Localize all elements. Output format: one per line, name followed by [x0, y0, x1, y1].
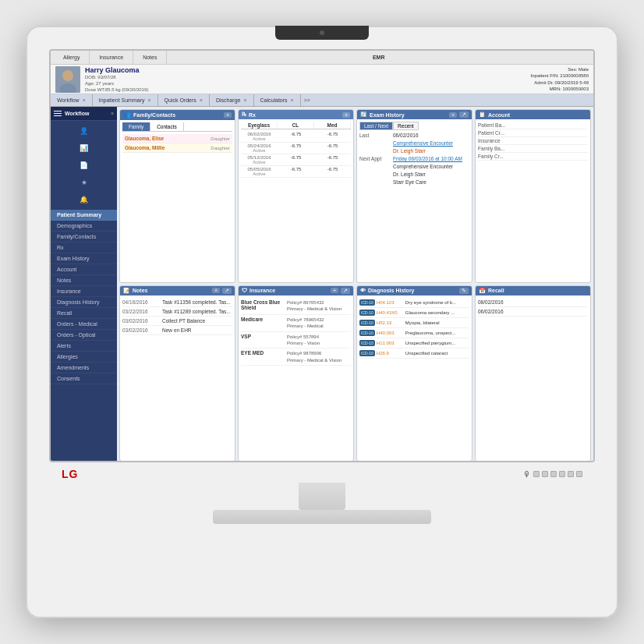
notes-header: 📝 Notes + ↗ — [120, 286, 235, 295]
notes-arrow[interactable]: ↗ — [222, 288, 232, 294]
exam-history-icon: 🔄 — [360, 111, 367, 118]
tab-quick-orders[interactable]: Quick Orders × — [158, 94, 210, 106]
close-discharge-tab[interactable]: × — [243, 97, 246, 103]
rx-header: ℞ Rx + — [239, 110, 353, 119]
close-sidebar-button[interactable]: × — [111, 111, 114, 116]
close-workflow-tab[interactable]: × — [83, 97, 86, 103]
fc-row-1[interactable]: Glaucoma, Millie Daughter — [122, 143, 232, 153]
family-contacts-header: 👥 Family/Contacts + — [120, 110, 235, 120]
recall-body: 08/02/2016 06/02/2016 — [476, 295, 590, 461]
insurance-body: Blue Cross Blue Shield Policy# 89765432 … — [239, 295, 353, 461]
exam-history-header: 🔄 Exam History + ↗ — [357, 110, 472, 119]
sidebar-item-amendments[interactable]: Amendments — [51, 363, 117, 373]
rx-cols: Eyeglass CL Med — [241, 122, 351, 129]
sidebar-item-notes[interactable]: Notes — [51, 275, 117, 286]
rx-row-3: 05/05/2016 Active -6.75 -6.75 — [241, 166, 351, 178]
notes-panel: 📝 Notes + ↗ 04/16/2016 Task #11358 compl… — [119, 285, 235, 462]
sidebar-item-diagnosis-history[interactable]: Diagnosis History — [51, 297, 117, 308]
eh-next-encounter: Comprehensive Encounter — [359, 164, 469, 169]
sidebar-item-patient-summary[interactable]: Patient Summary — [51, 210, 117, 221]
main-content: Workflow × 👤 📊 📄 ★ 🔔 Patient Summary Dem… — [51, 107, 593, 462]
fc-tab-family[interactable]: Family — [122, 122, 150, 131]
monitor-btn-2[interactable] — [542, 471, 548, 477]
patient-name: Harry Glaucoma — [85, 65, 526, 76]
monitor-btn-6[interactable] — [576, 471, 582, 477]
sidebar-item-family-contacts[interactable]: Family/Contacts — [51, 232, 117, 242]
top-tab-bar: Allergy Insurance Notes EMR — [51, 51, 593, 65]
eh-tab-last-next[interactable]: Last / Next — [359, 122, 393, 130]
monitor-btn-4[interactable] — [559, 471, 565, 477]
more-tabs[interactable]: >> — [301, 97, 313, 103]
insurance-icon: 🛡 — [242, 288, 247, 293]
diagnosis-header: 👁 Diagnosis History ✎ — [357, 286, 472, 295]
tab-calculators[interactable]: Calculators × — [254, 94, 301, 106]
hamburger-icon[interactable] — [54, 111, 62, 117]
rx-row-0: 06/02/2016 Active -6.75 -6.75 — [241, 131, 351, 143]
stand-neck — [299, 483, 345, 510]
rx-col-eyeglass: Eyeglass — [241, 122, 278, 129]
sidebar-item-insurance[interactable]: Insurance — [51, 286, 117, 297]
sidebar-item-recall[interactable]: Recall — [51, 308, 117, 319]
diagnosis-edit[interactable]: ✎ — [459, 288, 469, 294]
eh-tab-recent[interactable]: Recent — [393, 122, 419, 130]
eh-next-doctor: Dr. Leigh Starr — [359, 172, 469, 177]
patient-ids: Sex: Male Inpatient FIN: 21000009580 Adm… — [531, 66, 589, 93]
sidebar-item-rx[interactable]: Rx — [51, 242, 117, 253]
sidebar-item-allergies[interactable]: Allergies — [51, 352, 117, 363]
close-inpatient-tab[interactable]: × — [148, 97, 151, 103]
eh-next-location: Starr Eye Care — [359, 179, 469, 185]
family-contacts-add[interactable]: + — [224, 112, 232, 118]
account-row-3: Family Ba... — [478, 145, 588, 153]
top-tab-allergy[interactable]: Allergy — [54, 51, 90, 64]
sidebar-icon-person[interactable]: 👤 — [77, 124, 91, 138]
monitor-btn-3[interactable] — [550, 471, 557, 477]
fc-row-0[interactable]: Glaucoma, Elise Daughter — [122, 134, 232, 143]
sidebar-icon-chart[interactable]: 📊 — [77, 141, 91, 155]
patient-age: Age: 27 years — [85, 81, 526, 87]
monitor: Allergy Insurance Notes EMR Harry Glau — [26, 26, 618, 618]
insurance-add[interactable]: + — [331, 288, 338, 293]
close-quick-orders-tab[interactable]: × — [200, 97, 203, 103]
sidebar-item-orders-optical[interactable]: Orders - Optical — [51, 330, 117, 341]
sidebar-item-consents[interactable]: Consents — [51, 373, 117, 384]
ins-row-3: EYE MED Policy# 9878906 Primary - Medica… — [241, 349, 351, 366]
sidebar-item-orders-medical[interactable]: Orders - Medical — [51, 319, 117, 330]
monitor-btn-5[interactable] — [568, 471, 574, 477]
rx-row-1: 05/24/2016 Active -6.75 -6.75 — [241, 143, 351, 154]
notes-add[interactable]: + — [212, 288, 220, 293]
dx-row-5: ICD-10 H26.9 Unspecified cataract — [359, 349, 469, 359]
top-tab-notes[interactable]: Notes — [133, 51, 167, 64]
sidebar-icon-bell[interactable]: 🔔 — [77, 193, 91, 207]
dx-row-4: ICD-10 H11.003 Unspecified pterygium... — [359, 338, 469, 349]
exam-history-arrow[interactable]: ↗ — [459, 111, 469, 118]
sidebar-item-exam-history[interactable]: Exam History — [51, 253, 117, 264]
sidebar-item-account[interactable]: Account — [51, 264, 117, 275]
fc-tab-contacts[interactable]: Contacts — [150, 122, 184, 131]
sidebar-icon-star[interactable]: ★ — [77, 175, 91, 189]
rx-add[interactable]: + — [342, 112, 350, 118]
tab-workflow[interactable]: Workflow × — [51, 94, 93, 106]
recall-panel: 📅 Recall 08/02/2016 06/02/2016 — [475, 285, 591, 462]
notes-row-0: 04/16/2016 Task #11358 completed. Tas... — [122, 298, 232, 307]
second-tab-bar: Workflow × Inpatient Summary × Quick Ord… — [51, 94, 593, 107]
monitor-stand — [26, 483, 618, 524]
tab-discharge[interactable]: Discharge × — [210, 94, 254, 106]
account-body: Patient Ba... Patient Cr... Insurance Fa… — [476, 119, 590, 282]
ins-row-2: VSP Policy# 557894 Primary - Vision — [241, 332, 351, 349]
sidebar-item-alerts[interactable]: Alerts — [51, 341, 117, 352]
sidebar-icon-doc[interactable]: 📄 — [77, 158, 91, 172]
tab-inpatient[interactable]: Inpatient Summary × — [93, 94, 158, 106]
sidebar-title: Workflow — [65, 111, 108, 116]
close-calculators-tab[interactable]: × — [291, 97, 294, 103]
sidebar-item-demographics[interactable]: Demographics — [51, 221, 117, 232]
camera-dot — [320, 30, 324, 35]
sidebar: Workflow × 👤 📊 📄 ★ 🔔 Patient Summary Dem… — [51, 107, 117, 462]
exam-history-add[interactable]: + — [449, 112, 457, 118]
account-icon: 📋 — [479, 111, 486, 118]
recall-header: 📅 Recall — [476, 286, 590, 295]
top-tab-insurance[interactable]: Insurance — [90, 51, 133, 64]
monitor-btn-1[interactable] — [533, 471, 540, 477]
insurance-arrow[interactable]: ↗ — [341, 288, 350, 294]
ins-row-0: Blue Cross Blue Shield Policy# 89765432 … — [241, 298, 351, 315]
rx-body: Eyeglass CL Med 06/02/2016 Active -6.75 — [239, 119, 353, 282]
